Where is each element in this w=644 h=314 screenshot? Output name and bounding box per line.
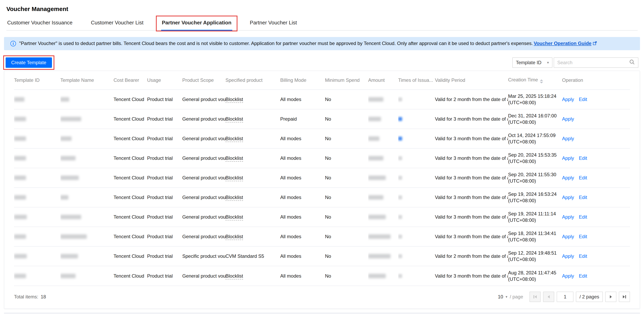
usage-cell: Product trial (147, 148, 182, 168)
toolbar: Create Template Template ID ▾ (4, 57, 640, 68)
specified-product-value[interactable]: Blocklist (226, 273, 243, 279)
amount-redacted (368, 176, 386, 180)
tab-customer-voucher-issuance[interactable]: Customer Voucher Issuance (6, 18, 73, 30)
create-template-button[interactable]: Create Template (6, 57, 52, 68)
operation-cell: ApplyEdit (562, 148, 630, 168)
creation-time-cell: Dec 31, 2024 16:07:00 (UTC+08:00) (508, 109, 562, 129)
specified-product-value[interactable]: Blocklist (226, 116, 243, 122)
usage-cell: Product trial (147, 227, 182, 246)
tab-partner-voucher-application[interactable]: Partner Voucher Application (161, 18, 232, 30)
search-icon[interactable] (629, 59, 635, 66)
amount-cell (368, 168, 398, 188)
template-name-cell (60, 207, 114, 227)
times-cell (398, 129, 435, 148)
creation-timezone: (UTC+08:00) (508, 119, 559, 125)
voucher-table: Template ID Template Name Cost Bearer Us… (14, 71, 630, 285)
apply-link[interactable]: Apply (562, 214, 574, 220)
apply-link[interactable]: Apply (562, 195, 574, 200)
edit-link[interactable]: Edit (579, 234, 587, 239)
cost-bearer-cell: Tencent Cloud (114, 246, 147, 266)
prev-page-button[interactable] (543, 291, 554, 302)
product-scope-cell: Specific product vou... (182, 246, 226, 266)
minimum-spend-cell: No (325, 168, 368, 188)
apply-link[interactable]: Apply (562, 234, 574, 239)
last-page-button[interactable] (619, 291, 630, 302)
cost-bearer-cell: Tencent Cloud (114, 168, 147, 188)
specified-product-value[interactable]: Blocklist (226, 136, 243, 142)
search-input[interactable] (557, 60, 629, 65)
table-row: Tencent Cloud Product trial General prod… (14, 207, 630, 227)
specified-product-cell: Blocklist (226, 266, 280, 285)
filters: Template ID ▾ (512, 57, 638, 68)
template-id-cell (14, 90, 60, 109)
edit-link[interactable]: Edit (579, 155, 587, 161)
specified-product-value[interactable]: Blocklist (226, 155, 243, 162)
operation-cell: ApplyEdit (562, 188, 630, 207)
edit-link[interactable]: Edit (579, 253, 587, 259)
col-creation-time: Creation Time (508, 71, 562, 90)
edit-link[interactable]: Edit (579, 175, 587, 180)
tab-customer-voucher-list[interactable]: Customer Voucher List (90, 18, 144, 30)
search-box (554, 57, 638, 68)
col-times-of-issuance: Times of Issua... (398, 71, 435, 90)
table-row: Tencent Cloud Product trial General prod… (14, 266, 630, 285)
specified-product-value[interactable]: Blocklist (226, 175, 243, 181)
billing-mode-cell: All modes (280, 227, 325, 246)
next-page-button[interactable] (605, 291, 616, 302)
apply-link[interactable]: Apply (562, 116, 574, 122)
billing-mode-cell: All modes (280, 188, 325, 207)
usage-cell: Product trial (147, 90, 182, 109)
creation-time-label: Creation Time (508, 77, 538, 82)
specified-product-value[interactable]: Blocklist (226, 97, 243, 103)
template-name-redacted (60, 274, 76, 278)
amount-cell (368, 129, 398, 148)
amount-redacted (368, 195, 383, 200)
table-row: Tencent Cloud Product trial Specific pro… (14, 246, 630, 266)
times-cell (398, 148, 435, 168)
specified-product-value[interactable]: Blocklist (226, 234, 243, 240)
template-name-cell (60, 90, 114, 109)
page-number-input[interactable] (557, 291, 574, 302)
usage-cell: Product trial (147, 266, 182, 285)
template-id-cell (14, 227, 60, 246)
table-row: Tencent Cloud Product trial General prod… (14, 168, 630, 188)
page-size-dropdown[interactable]: 10 ▾ (498, 294, 508, 299)
col-template-id: Template ID (14, 71, 60, 90)
specified-product-value[interactable]: CVM Standard S5 (226, 253, 264, 259)
filter-field-dropdown[interactable]: Template ID ▾ (512, 57, 552, 68)
times-redacted (398, 156, 402, 160)
edit-link[interactable]: Edit (579, 214, 587, 220)
apply-link[interactable]: Apply (562, 155, 574, 161)
creation-timezone: (UTC+08:00) (508, 256, 559, 263)
tab-partner-voucher-list[interactable]: Partner Voucher List (249, 18, 298, 30)
apply-link[interactable]: Apply (562, 136, 574, 141)
sort-icon[interactable] (540, 79, 543, 83)
table-row: Tencent Cloud Product trial General prod… (14, 227, 630, 246)
apply-link[interactable]: Apply (562, 273, 574, 279)
operation-cell: ApplyEdit (562, 246, 630, 266)
banner-message: "Partner Voucher" is used to deduct part… (19, 41, 533, 46)
apply-link[interactable]: Apply (562, 253, 574, 259)
template-id-redacted (14, 136, 26, 141)
product-scope-cell: General product vou... (182, 109, 226, 129)
specified-product-value[interactable]: Blocklist (226, 195, 243, 201)
amount-redacted (368, 234, 390, 239)
edit-link[interactable]: Edit (579, 273, 587, 279)
usage-cell: Product trial (147, 168, 182, 188)
creation-time-cell: Sep 19, 2024 11:11:14 (UTC+08:00) (508, 207, 562, 227)
creation-time-cell: Sep 19, 2024 16:53:24 (UTC+08:00) (508, 188, 562, 207)
last-page-icon (623, 295, 625, 298)
edit-link[interactable]: Edit (579, 195, 587, 200)
amount-redacted (368, 274, 386, 278)
table-row: Tencent Cloud Product trial General prod… (14, 109, 630, 129)
external-link-icon[interactable] (593, 41, 597, 47)
template-name-cell (60, 129, 114, 148)
creation-timezone: (UTC+08:00) (508, 139, 559, 145)
apply-link[interactable]: Apply (562, 175, 574, 180)
specified-product-value[interactable]: Blocklist (226, 214, 243, 220)
first-page-button[interactable] (530, 291, 541, 302)
voucher-operation-guide-link[interactable]: Voucher Operation Guide (534, 41, 592, 46)
edit-link[interactable]: Edit (579, 97, 587, 102)
template-id-cell (14, 129, 60, 148)
apply-link[interactable]: Apply (562, 97, 574, 102)
